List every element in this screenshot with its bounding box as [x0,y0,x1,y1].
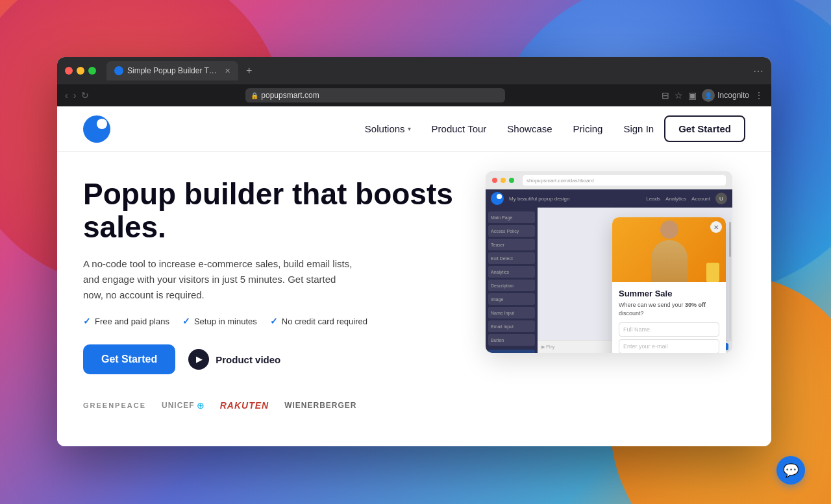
toolbar-icons: ⊟ ☆ ▣ 👤 Incognito ⋮ [662,89,763,102]
fullscreen-button[interactable] [88,67,96,75]
mockup-sidebar-exit: Exit Detect [488,252,535,264]
check-icon-3: ✓ [270,316,278,326]
greenpeace-logo: GREENPEACE [83,402,146,409]
browser-window: Simple Popup Builder That Bo... ✕ + ⋯ ‹ … [57,57,771,446]
close-button[interactable] [65,67,73,75]
popup-title: Summer Sale [619,289,719,298]
cast-icon[interactable]: ⊟ [662,90,669,101]
mockup-chrome: shopupsmart.com/dashboard [486,171,732,189]
popup-image [612,217,726,282]
address-bar[interactable]: 🔒 popupsmart.com [245,88,505,102]
popup-person-body [651,240,688,282]
popup-overlay: ✕ [612,217,726,353]
mockup-sidebar: Main Page Access Policy Teaser Exit Dete… [486,208,538,353]
mockup-sidebar-image: Image [488,293,535,305]
mockup-logo-inner [497,194,502,199]
mockup-dot-yellow [501,178,506,183]
product-video-button[interactable]: ▶ Product video [188,349,280,370]
nav-actions: Sign In Get Started [623,115,745,142]
logo-icon [83,115,110,143]
scrollbar[interactable] [729,222,731,338]
popup-subtitle: Where can we send your 30% off discount? [619,301,719,317]
hero-buttons: Get Started ▶ Product video [83,344,460,374]
mockup-nav-leads: Leads [646,196,660,202]
mockup-sidebar-analytics: Analytics [488,266,535,278]
mockup-logo [491,192,504,205]
menu-icon[interactable]: ⋮ [754,90,763,101]
check-item-2: ✓ Setup in minutes [182,316,257,326]
tab-favicon [114,66,123,75]
get-started-nav-button[interactable]: Get Started [664,115,745,142]
active-tab[interactable]: Simple Popup Builder That Bo... ✕ [106,61,238,80]
nav-showcase[interactable]: Showcase [507,123,552,134]
mockup-add-new: + Add a new... [488,350,535,353]
popup-body: Summer Sale Where can we send your 30% o… [612,282,726,353]
nav-solutions[interactable]: Solutions ▾ [365,123,411,134]
popup-subtitle-post: discount? [619,310,644,317]
mockup-sidebar-name-input: Name Input [488,307,535,318]
tab-title: Simple Popup Builder That Bo... [127,66,218,75]
mockup-nav: My beautiful popup design Leads Analytic… [486,189,732,208]
mockup-dot-red [492,178,497,183]
sidebar-icon[interactable]: ▣ [688,90,697,101]
minimize-button[interactable] [77,67,84,75]
bookmark-icon[interactable]: ☆ [675,90,683,101]
window-controls-icon[interactable]: ⋯ [753,65,763,77]
mockup-sidebar-email: Email Input [488,320,535,332]
check-icon-1: ✓ [83,316,91,326]
hero-title: Popup builder that boosts sales. [83,178,460,243]
back-button[interactable]: ‹ [65,90,68,101]
scrollbar-thumb [729,222,731,257]
mockup-sidebar-access: Access Policy [488,225,535,237]
mockup-sidebar-teaser: Teaser [488,239,535,250]
popup-input-name[interactable]: Full Name [619,322,719,337]
forward-button[interactable]: › [73,90,77,101]
popup-person-figure [647,217,692,282]
incognito-area: 👤 Incognito [702,89,749,102]
website-content: Solutions ▾ Product Tour Showcase Pricin… [57,106,771,446]
mockup-page-title: My beautiful popup design [509,196,641,202]
sign-in-button[interactable]: Sign In [623,123,654,134]
tab-close-icon[interactable]: ✕ [225,67,230,75]
nav-product-tour[interactable]: Product Tour [432,123,487,134]
hero-left: Popup builder that boosts sales. A no-co… [83,178,473,411]
hero-checks: ✓ Free and paid plans ✓ Setup in minutes… [83,316,460,326]
solutions-chevron-icon: ▾ [408,125,411,132]
popup-subtitle-pre: Where can we send your [619,302,685,308]
new-tab-button[interactable]: + [246,65,252,77]
product-video-label: Product video [216,354,280,365]
incognito-avatar: 👤 [702,89,715,102]
popup-bag [706,263,719,282]
check-label-3: No credit card required [282,317,367,326]
logo[interactable] [83,115,110,143]
mockup-content: Main Page Access Policy Teaser Exit Dete… [486,208,732,353]
unicef-logo: unicef ⊕ [162,400,205,411]
popup-input-email[interactable]: Enter your e-mail [619,339,719,353]
nav-links: Solutions ▾ Product Tour Showcase Pricin… [365,123,603,134]
mockup-avatar: U [715,193,727,204]
wienerberger-logo: wienerberger [284,401,356,410]
traffic-lights [65,67,96,75]
incognito-label: Incognito [717,91,749,100]
mockup-sidebar-button: Button [488,334,535,346]
hero-subtitle: A no-code tool to increase e-commerce sa… [83,256,356,303]
main-nav: Solutions ▾ Product Tour Showcase Pricin… [57,106,771,152]
mockup-url: shopupsmart.com/dashboard [527,178,594,184]
mockup-main-area: ✕ [538,208,732,353]
check-icon-2: ✓ [182,316,190,326]
chat-widget[interactable]: 💬 [776,456,805,485]
mockup-nav-analytics: Analytics [665,196,686,202]
popup-discount: 30% off [685,302,706,308]
nav-pricing[interactable]: Pricing [573,123,603,134]
refresh-button[interactable]: ↻ [81,90,89,101]
mockup-play-btn: ▶ Play [541,344,555,350]
check-label-1: Free and paid plans [95,317,169,326]
popup-close-button[interactable]: ✕ [710,221,722,233]
brand-logos: GREENPEACE unicef ⊕ Rakuten wienerberger [83,400,460,411]
mockup-browser: shopupsmart.com/dashboard My beautiful p… [486,171,732,353]
hero-get-started-button[interactable]: Get Started [83,344,175,374]
play-icon: ▶ [188,349,209,370]
logo-inner-circle [97,119,107,129]
mockup-sidebar-description: Description [488,280,535,291]
rakuten-logo: Rakuten [220,400,269,411]
